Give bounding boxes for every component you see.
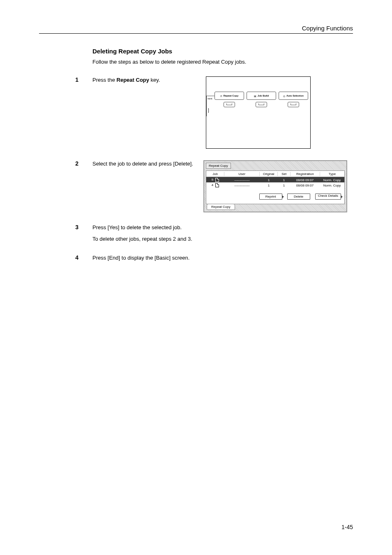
step-number: 1 [39, 76, 92, 83]
screen-table-row[interactable]: 4 -------------- 1 1 08/08 09:07 Norm. C… [206, 182, 344, 188]
repeat-icon: ⟳ [220, 94, 222, 97]
cell-registration: 08/08 09:07 [290, 184, 320, 187]
screen-table-header: Job User Original Set Registration Type [206, 171, 344, 177]
panel-illustration: nent ] ⟳ Repeat Copy ▤ Job Build [206, 76, 311, 149]
col-header-type: Type [320, 172, 344, 176]
cell-user: -------------- [224, 178, 260, 182]
step-number: 2 [39, 160, 92, 167]
step-text-line: Press [Yes] to delete the selected job. [92, 224, 339, 231]
cell-type: Norm. Copy [320, 184, 344, 187]
panel-button-label: Repeat Copy [224, 94, 239, 97]
panel-button-repeat-copy: ⟳ Repeat Copy [215, 92, 244, 120]
cell-job: 5 [212, 178, 213, 182]
cell-registration: 08/08 09:07 [290, 178, 320, 182]
section-heading: Deleting Repeat Copy Jobs [92, 48, 353, 55]
cell-set: 1 [278, 184, 290, 187]
repeat-copy-screen: Repeat Copy Job User Original Set Regist… [203, 160, 347, 212]
document-icon [215, 178, 219, 182]
physical-key-icon [256, 102, 267, 107]
panel-left-fragment-label: nent [208, 97, 212, 100]
screen-title-badge: Repeat Copy [206, 163, 231, 169]
panel-button-label: Job Build [258, 94, 269, 97]
panel-button-auto-selection: ◎ Auto Selection [279, 92, 308, 120]
step-text-post: key. [149, 77, 160, 83]
section-intro: Follow the steps as below to delete regi… [92, 59, 353, 65]
cell-user: -------------- [224, 184, 260, 187]
cell-type: Norm. Copy [320, 178, 344, 182]
col-header-original: Original [259, 172, 277, 176]
screen-table-row-selected[interactable]: 5 -------------- 1 1 08/08 09:07 Norm. C… [206, 177, 344, 182]
step-text-line: To delete other jobs, repeat steps 2 and… [92, 235, 339, 243]
col-header-user: User [224, 172, 259, 176]
job-build-icon: ▤ [254, 94, 256, 97]
col-header-registration: Registration [290, 172, 320, 176]
delete-button[interactable]: Delete [287, 193, 310, 200]
step-number: 4 [39, 254, 92, 261]
step-text: Press [End] to display the [Basic] scree… [92, 254, 339, 262]
physical-key-icon [224, 102, 235, 107]
col-header-job: Job [206, 172, 224, 176]
running-header: Copying Functions [39, 25, 353, 34]
cell-job: 4 [212, 183, 213, 187]
step-text: Select the job to delete and press [Dele… [92, 160, 194, 168]
document-icon [215, 183, 219, 187]
step-text: Press the Repeat Copy key. [92, 76, 194, 84]
cell-original: 1 [260, 178, 278, 182]
step-number: 3 [39, 224, 92, 230]
page-number: 1-45 [341, 524, 353, 530]
reprint-button[interactable]: Reprint [259, 193, 282, 200]
check-details-button[interactable]: Check Details [315, 193, 341, 200]
step-text-bold: Repeat Copy [117, 77, 149, 83]
auto-selection-icon: ◎ [283, 94, 285, 97]
cell-set: 1 [278, 178, 290, 182]
panel-button-label: Auto Selection [286, 94, 304, 97]
cell-original: 1 [260, 184, 278, 187]
panel-left-bracket: ] [208, 108, 209, 113]
step-text: Press [Yes] to delete the selected job. … [92, 224, 339, 243]
panel-button-job-build: ▤ Job Build [247, 92, 276, 120]
physical-key-icon [288, 102, 299, 107]
col-header-set: Set [277, 172, 290, 176]
screen-tab-repeat-copy[interactable]: Repeat Copy [207, 204, 235, 210]
step-text-pre: Press the [92, 77, 117, 83]
